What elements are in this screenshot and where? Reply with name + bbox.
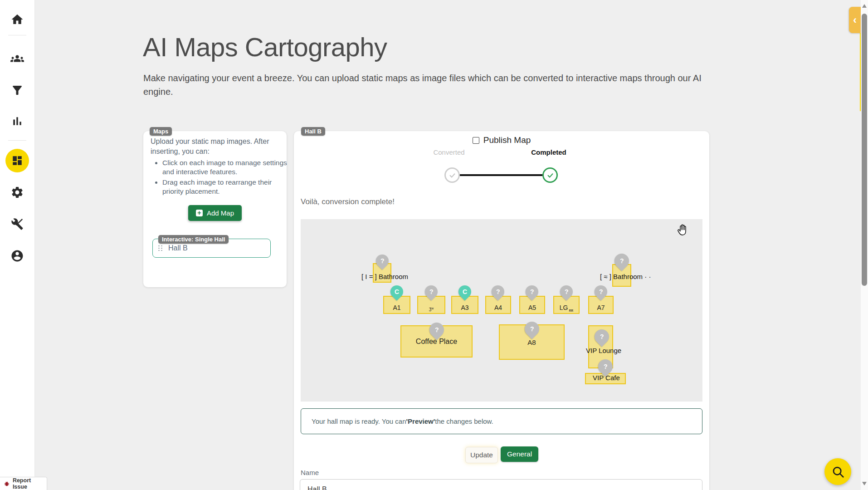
publish-map-checkbox[interactable] [473,137,479,144]
sidebar [0,0,35,490]
report-issue-label: Report Issue [13,477,47,490]
scroll-down-arrow-icon[interactable] [862,482,867,485]
maps-panel: Maps Upload your static map images. Afte… [143,131,287,287]
booth-a8-pin[interactable]: ? [525,322,539,336]
bathroom-right-label: [ ≈ ] Bathroom · · [600,273,651,280]
map-item-type-badge: Interactive: Single Hall [158,235,229,244]
update-button[interactable]: Update [465,447,498,463]
maps-instruction-item: Drag each image to rearrange their prior… [162,178,293,196]
add-map-button[interactable]: + Add Map [188,205,242,221]
step-label-completed: Completed [522,148,576,156]
general-button[interactable]: General [501,446,538,462]
hall-b-panel: Hall B Publish Map Converted Completed V… [294,131,709,490]
maps-instruction-item: Click on each image to manage settings a… [162,158,293,177]
map-item-label: Hall B [168,244,188,252]
grab-hand-cursor-icon [676,223,690,239]
sidebar-divider [8,35,26,35]
bathroom-left-pin[interactable]: ? [376,255,389,267]
analytics-icon[interactable] [10,114,24,128]
conversion-status-text: Voilà, conversion complete! [301,197,395,206]
step-connector-line [460,174,542,176]
maps-instructions-list: Click on each image to manage settings a… [151,158,293,197]
maps-panel-badge: Maps [150,127,172,136]
booth-a1-pin[interactable]: C [390,285,403,298]
search-fab[interactable] [824,458,851,485]
settings-icon[interactable] [10,186,24,199]
bathroom-right-pin[interactable]: ? [614,254,629,268]
sidebar-item-maps-active[interactable] [5,149,29,172]
booth-coffee-place-pin[interactable]: ? [429,323,444,337]
name-field-label: Name [301,469,319,476]
booth-a5-pin[interactable]: ? [526,285,538,298]
report-issue-button[interactable]: Report Issue [0,477,47,490]
filter-icon[interactable] [10,83,24,97]
bathroom-left-label: [ I = ] Bathroom [361,273,408,280]
attendees-icon[interactable] [10,52,24,65]
chevron-left-icon: ‹ [853,14,857,26]
publish-map-label[interactable]: Publish Map [483,135,531,145]
booth-vip-cafe-pin[interactable]: ? [598,359,613,374]
add-map-label: Add Map [207,209,234,217]
booth-a3-pin[interactable]: C [458,285,471,298]
account-icon[interactable] [10,249,24,263]
page-subtitle: Make navigating your event a breeze. You… [143,71,712,98]
page-title: AI Maps Cartography [143,32,387,62]
add-box-icon: + [196,210,203,216]
booth-lg-pin[interactable]: ? [560,285,573,298]
ready-message-prefix: Your hall map is ready. You can [312,417,406,425]
booth-script-pin[interactable]: ? [425,285,438,298]
booth-vip-lounge-pin[interactable]: ? [595,329,609,344]
scroll-up-arrow-icon[interactable] [862,4,867,8]
ready-message-box: Your hall map is ready. You can 'Preview… [301,408,702,434]
bug-icon [4,480,10,487]
maps-intro-text: Upload your static map images. After ins… [151,137,280,156]
tools-icon[interactable] [10,217,24,231]
hall-b-panel-badge: Hall B [301,127,325,136]
home-icon[interactable] [10,13,24,26]
map-canvas[interactable]: [ I = ] Bathroom?[ ≈ ] Bathroom · ·?A1Cʒ… [301,219,702,402]
collapse-drawer-tab[interactable]: ‹ [849,7,861,33]
sidebar-divider [8,140,26,141]
page-scrollbar[interactable] [861,0,868,490]
publish-map-row: Publish Map [294,135,709,145]
step-check-completed-icon [542,167,558,183]
drag-handle-icon[interactable] [158,245,162,251]
step-label-converted: Converted [422,148,476,156]
magnifier-icon [831,465,845,479]
booth-a7-pin[interactable]: ? [595,285,607,298]
scrollbar-thumb[interactable] [862,14,867,286]
map-list-item-hall-b[interactable]: Interactive: Single Hall Hall B [152,239,271,258]
dashboard-icon [11,155,23,167]
ready-message-highlight: 'Preview' [406,417,435,425]
ready-message-suffix: the changes below. [435,417,493,425]
booth-a4-pin[interactable]: ? [492,285,504,298]
booth-vip-lounge-label: VIP Lounge [586,347,621,354]
step-check-converted-icon [444,167,460,183]
name-input[interactable] [300,479,702,490]
